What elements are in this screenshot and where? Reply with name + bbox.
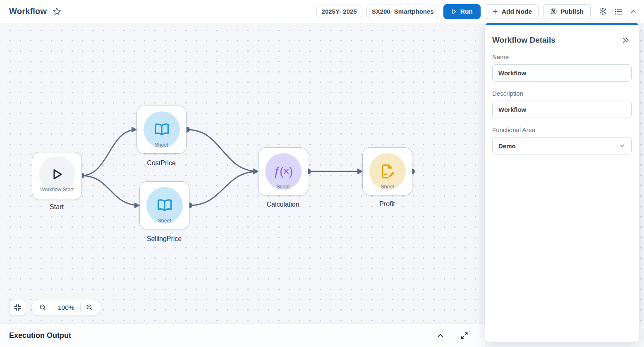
publish-button[interactable]: Publish xyxy=(543,4,591,19)
node-costprice[interactable]: Sheet xyxy=(136,106,187,154)
node-type-label: Script xyxy=(277,184,290,190)
execution-output-title: Execution Output xyxy=(9,331,71,340)
node-type-label: Sheet xyxy=(158,218,171,224)
node-profit[interactable]: Sheet xyxy=(362,147,412,195)
favorite-star-icon[interactable] xyxy=(53,7,61,16)
header: Workflow 2025Y- 2025 SX200- Smartphones … xyxy=(0,0,644,23)
collapse-header-chevron-icon[interactable] xyxy=(628,7,638,17)
collapse-panel-icon[interactable] xyxy=(620,34,632,46)
page-title: Workflow xyxy=(9,7,47,16)
maximize-output-icon[interactable] xyxy=(459,330,470,341)
node-calculation[interactable]: ƒ(×) Script xyxy=(258,147,308,195)
name-field[interactable] xyxy=(492,64,632,82)
zoom-pill: 100% xyxy=(31,299,101,316)
functional-area-label: Functional Area xyxy=(492,126,632,133)
functional-area-select[interactable]: Demo xyxy=(492,137,632,154)
publish-save-icon xyxy=(550,8,557,15)
zoom-in-icon[interactable] xyxy=(81,301,98,314)
node-type-label: Sheet xyxy=(155,142,168,148)
zoom-controls: 100% xyxy=(9,299,101,316)
badge-product: SX200- Smartphones xyxy=(366,5,439,18)
name-label: Name xyxy=(492,53,632,60)
expand-output-chevron-icon[interactable] xyxy=(435,330,446,342)
node-name-start: Start xyxy=(50,203,64,211)
chevron-down-icon xyxy=(619,142,625,149)
zoom-out-icon[interactable] xyxy=(34,301,52,314)
node-sellingprice[interactable]: Sheet xyxy=(139,181,189,229)
workflow-details-panel: Workflow Details Name Description Functi… xyxy=(485,23,639,342)
execution-output-bar: Execution Output xyxy=(0,324,485,347)
edge-start-sellingprice xyxy=(81,176,139,205)
plus-icon xyxy=(492,8,498,15)
zoom-level: 100% xyxy=(52,304,80,311)
node-name-sellingprice: SellingPrice xyxy=(147,235,182,243)
snowflake-icon[interactable] xyxy=(597,6,608,17)
description-label: Description xyxy=(492,90,632,97)
node-name-calculation: Calculation xyxy=(266,201,299,208)
panel-title: Workflow Details xyxy=(492,36,555,45)
add-node-label: Add Node xyxy=(502,8,532,15)
workflow-editor: Workflow 2025Y- 2025 SX200- Smartphones … xyxy=(0,0,644,347)
badge-year: 2025Y- 2025 xyxy=(316,5,362,18)
add-node-button[interactable]: Add Node xyxy=(485,4,539,19)
list-view-icon[interactable] xyxy=(613,6,624,17)
node-name-profit: Profit xyxy=(379,200,395,208)
node-name-costprice: CostPrice xyxy=(147,159,175,167)
node-start[interactable]: Workflow Start xyxy=(32,152,82,200)
node-type-label: Workflow Start xyxy=(40,187,74,193)
run-button[interactable]: Run xyxy=(443,4,481,19)
publish-label: Publish xyxy=(560,8,584,15)
functional-area-value: Demo xyxy=(498,142,516,149)
edge-start-costprice xyxy=(81,130,136,176)
fit-view-button[interactable] xyxy=(9,299,26,316)
description-field[interactable] xyxy=(492,101,632,118)
edge-costprice-calculation xyxy=(187,130,258,171)
edge-sellingprice-calculation xyxy=(189,171,258,205)
function-glyph: ƒ(×) xyxy=(274,165,292,178)
run-button-label: Run xyxy=(460,8,473,15)
play-icon xyxy=(451,9,457,14)
node-type-label: Sheet xyxy=(381,184,394,190)
